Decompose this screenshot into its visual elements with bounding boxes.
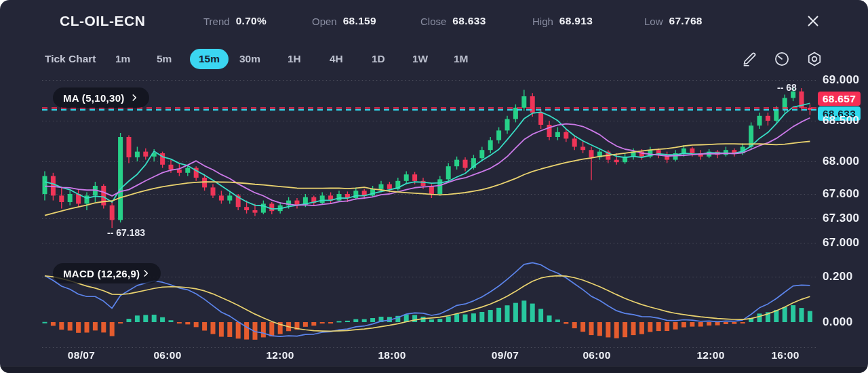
chart-type-button[interactable]: Tick Chart [45,53,96,65]
tab-15m[interactable]: 15m [190,49,229,69]
tab-1d[interactable]: 1D [372,53,385,65]
settings-button[interactable] [806,50,823,68]
price-axis-label: 67.000 [823,236,859,250]
time-axis-label: 08/07 [54,349,108,361]
chevron-right-icon [141,269,151,278]
chart-toolbar: Tick Chart 1m 5m 15m 30m 1H 4H 1D 1W 1M [0,42,868,76]
draw-button[interactable] [741,50,758,68]
settings-icon [806,50,823,68]
timer-button[interactable] [773,50,791,68]
macd-axis-label: 0.200 [823,270,853,283]
time-axis-label: 12:00 [253,349,307,361]
price-axis-label: 68.500 [823,114,859,127]
close-button[interactable] [804,12,822,30]
price-axis-label: 67.600 [823,187,859,201]
stat-low-value: 67.768 [669,15,703,27]
time-axis-label: 18:00 [365,349,419,361]
price-axis-label: 68.000 [823,155,859,168]
ma-indicator-label: MA (5,10,30) [63,92,125,104]
stat-close: Close 68.633 [420,0,486,42]
tab-5m[interactable]: 5m [157,53,172,65]
stat-low-label: Low [644,16,663,27]
time-axis-label: 12:00 [684,349,738,361]
price-axis-label: 69.000 [823,73,859,87]
stat-trend-value: 0.70% [236,15,267,27]
time-axis-label: 09/07 [478,349,532,361]
stat-trend-label: Trend [203,16,230,27]
close-icon [804,12,822,30]
macd-axis-label: 0.000 [823,315,853,329]
time-axis-label: 06:00 [140,349,195,361]
stat-open-label: Open [312,16,337,27]
ma-indicator-pill[interactable]: MA (5,10,30) [53,87,149,108]
tab-1w[interactable]: 1W [412,53,428,65]
tab-1h[interactable]: 1H [288,53,301,65]
tab-1mo[interactable]: 1M [454,53,469,65]
macd-indicator-label: MACD (12,26,9) [63,268,140,279]
stat-open: Open 68.159 [312,0,376,42]
stat-open-value: 68.159 [343,15,376,27]
chart-header: CL-OIL-ECN Trend 0.70% Open 68.159 Close… [0,0,868,42]
stat-close-value: 68.633 [452,15,486,27]
trading-chart-window: CL-OIL-ECN Trend 0.70% Open 68.159 Close… [0,0,868,373]
macd-indicator-pill[interactable]: MACD (12,26,9) [53,263,161,283]
tab-4h[interactable]: 4H [330,53,343,65]
price-axis-label: 67.300 [823,212,859,225]
stat-close-label: Close [420,16,446,27]
time-axis-label: 06:00 [570,349,624,361]
stat-high: High 68.913 [532,0,593,42]
last-price-badge: 68.657 [818,92,861,106]
stat-trend: Trend 0.70% [203,0,267,42]
chevron-right-icon [130,93,139,102]
timer-icon [773,50,791,68]
time-axis-label: 16:00 [758,349,812,361]
stat-high-label: High [532,16,553,27]
tab-1m[interactable]: 1m [115,53,130,65]
symbol-title: CL-OIL-ECN [60,0,145,42]
stat-high-value: 68.913 [559,15,593,27]
edit-icon [741,50,758,68]
stat-low: Low 67.768 [644,0,703,42]
window-bottom-edge [0,366,868,373]
tab-30m[interactable]: 30m [239,53,260,65]
